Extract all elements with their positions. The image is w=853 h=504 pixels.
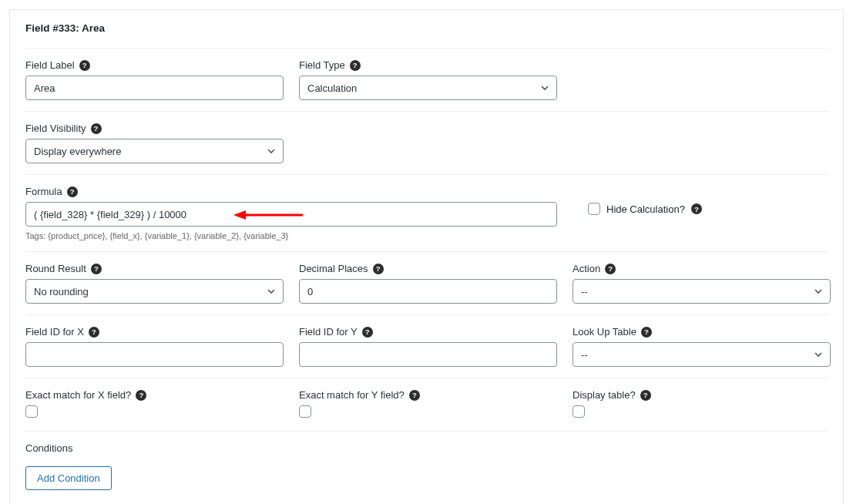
label-lookup-table: Look Up Table ? xyxy=(573,326,831,338)
col-lookup-table: Look Up Table ? -- xyxy=(573,326,831,367)
hide-calculation-checkbox[interactable] xyxy=(588,203,600,215)
panel-title: Field #333: Area xyxy=(25,22,828,34)
col-display-table: Display table? ? xyxy=(573,389,831,420)
exact-match-y-checkbox[interactable] xyxy=(299,405,311,418)
label-exact-x: Exact match for X field? ? xyxy=(25,389,284,401)
help-icon[interactable]: ? xyxy=(605,264,616,274)
lookup-table-select[interactable]: -- xyxy=(573,342,831,367)
help-icon[interactable]: ? xyxy=(91,264,102,274)
conditions-label: Conditions xyxy=(25,442,72,454)
col-field-label: Field Label ? xyxy=(25,59,284,100)
label-field-label: Field Label ? xyxy=(25,59,284,71)
display-table-checkbox[interactable] xyxy=(573,405,585,418)
col-exact-y: Exact match for Y field? ? xyxy=(299,389,557,420)
col-field-visibility: Field Visibility ? Display everywhere xyxy=(25,123,284,163)
help-icon[interactable]: ? xyxy=(409,390,420,401)
col-decimal-places: Decimal Places ? xyxy=(299,263,557,304)
label-action: Action ? xyxy=(573,263,831,274)
label-text: Exact match for X field? xyxy=(25,389,131,401)
col-formula: Formula ? Tags: {product_price}, {field_… xyxy=(25,186,557,240)
label-field-id-x: Field ID for X ? xyxy=(25,326,284,338)
label-field-visibility: Field Visibility ? xyxy=(25,123,284,134)
row-visibility: Field Visibility ? Display everywhere xyxy=(25,123,828,175)
help-icon[interactable]: ? xyxy=(362,327,373,338)
label-text: Field Label xyxy=(25,59,75,71)
help-icon[interactable]: ? xyxy=(641,327,652,338)
help-icon[interactable]: ? xyxy=(691,203,702,214)
label-display-table: Display table? ? xyxy=(573,389,831,401)
row-round-decimal-action: Round Result ? No rounding Decimal Place… xyxy=(25,263,828,315)
hide-calculation-checkbox-wrap: Hide Calculation? ? xyxy=(588,203,846,215)
label-exact-y: Exact match for Y field? ? xyxy=(299,389,557,401)
select-value: No rounding xyxy=(34,286,89,297)
round-result-select[interactable]: No rounding xyxy=(25,279,284,304)
label-text: Hide Calculation? xyxy=(606,203,685,215)
formula-input-wrap xyxy=(25,202,557,227)
col-exact-x: Exact match for X field? ? xyxy=(25,389,284,420)
col-hide-calc: Hide Calculation? ? xyxy=(588,186,846,215)
row-formula: Formula ? Tags: {product_price}, {field_… xyxy=(25,186,828,252)
formula-input[interactable] xyxy=(25,202,557,227)
label-text: Display table? xyxy=(573,389,636,401)
col-action: Action ? -- xyxy=(573,263,831,304)
label-text: Field Type xyxy=(299,59,345,71)
select-value: Calculation xyxy=(307,82,357,94)
action-select[interactable]: -- xyxy=(573,279,831,304)
field-id-y-input[interactable] xyxy=(299,342,557,367)
label-text: Look Up Table xyxy=(573,326,636,338)
col-field-id-x: Field ID for X ? xyxy=(25,326,284,367)
label-text: Decimal Places xyxy=(299,263,368,274)
help-icon[interactable]: ? xyxy=(91,123,102,134)
field-settings-panel: Field #333: Area Field Label ? Field Typ… xyxy=(9,9,844,504)
row-conditions: Conditions Add Condition xyxy=(25,442,828,496)
label-decimal-places: Decimal Places ? xyxy=(299,263,557,274)
exact-match-x-checkbox[interactable] xyxy=(25,405,38,418)
help-icon[interactable]: ? xyxy=(136,390,146,401)
row-xy-lookup: Field ID for X ? Field ID for Y ? Look U… xyxy=(25,326,828,378)
help-icon[interactable]: ? xyxy=(67,186,78,197)
row-exact-display: Exact match for X field? ? Exact match f… xyxy=(25,389,828,432)
decimal-places-input[interactable] xyxy=(299,279,557,304)
label-text: Formula xyxy=(25,186,62,197)
label-text: Field ID for Y xyxy=(299,326,358,338)
col-field-id-y: Field ID for Y ? xyxy=(299,326,557,367)
help-icon[interactable]: ? xyxy=(89,327,99,338)
label-text: Action xyxy=(573,263,600,274)
label-field-id-y: Field ID for Y ? xyxy=(299,326,557,338)
field-label-input[interactable] xyxy=(25,76,284,100)
formula-helper-tags: Tags: {product_price}, {field_x}, {varia… xyxy=(25,231,557,240)
col-round-result: Round Result ? No rounding xyxy=(25,263,284,304)
divider xyxy=(25,48,828,49)
help-icon[interactable]: ? xyxy=(350,60,361,71)
label-text: Field Visibility xyxy=(25,123,86,134)
select-value: -- xyxy=(581,286,588,297)
row-label-type: Field Label ? Field Type ? Calculation xyxy=(25,59,828,112)
help-icon[interactable]: ? xyxy=(79,60,90,71)
label-text: Field ID for X xyxy=(25,326,84,338)
field-visibility-select[interactable]: Display everywhere xyxy=(25,139,284,163)
field-id-x-input[interactable] xyxy=(25,342,284,367)
help-icon[interactable]: ? xyxy=(640,390,651,401)
add-condition-button[interactable]: Add Condition xyxy=(25,466,112,490)
label-field-type: Field Type ? xyxy=(299,59,557,71)
button-label: Add Condition xyxy=(37,472,100,484)
label-formula: Formula ? xyxy=(25,186,557,197)
label-text: Round Result xyxy=(25,263,86,274)
select-value: -- xyxy=(581,349,588,361)
field-type-select[interactable]: Calculation xyxy=(299,76,557,100)
label-text: Exact match for Y field? xyxy=(299,389,405,401)
help-icon[interactable]: ? xyxy=(373,264,384,274)
select-value: Display everywhere xyxy=(34,146,121,157)
col-field-type: Field Type ? Calculation xyxy=(299,59,557,100)
label-round-result: Round Result ? xyxy=(25,263,284,274)
